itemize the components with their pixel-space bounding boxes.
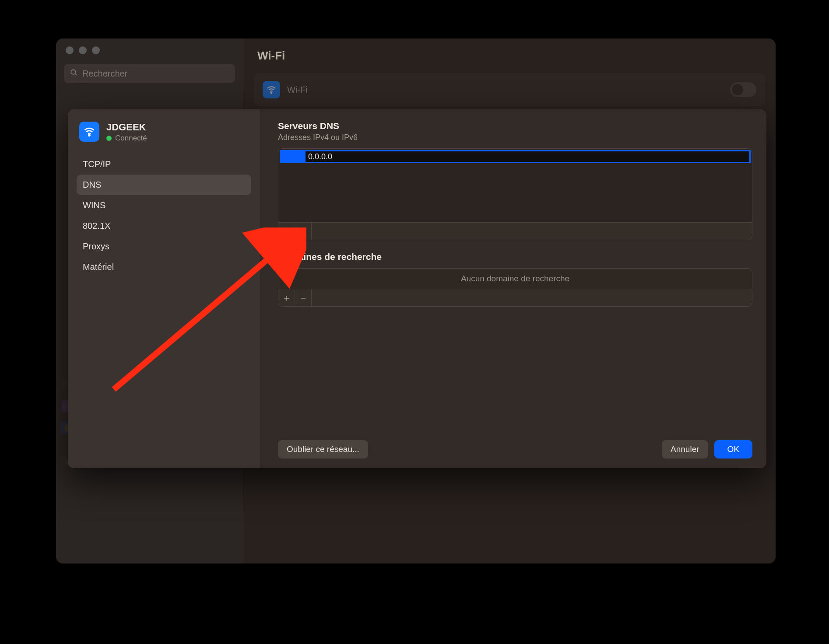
page-title: Wi-Fi — [254, 38, 765, 73]
dns-servers-list — [278, 148, 752, 223]
search-domain-add-remove-bar: ＋ － — [278, 289, 752, 307]
status-dot-icon — [106, 136, 112, 141]
search-icon — [70, 69, 78, 79]
modal-tabs: TCP/IP DNS WINS 802.1X Proxys Matériel — [75, 152, 253, 279]
dns-add-remove-bar: ＋ － — [278, 223, 752, 240]
svg-point-5 — [88, 135, 90, 136]
tab-802-1x[interactable]: 802.1X — [77, 216, 251, 236]
minimize-window-button[interactable] — [79, 46, 87, 54]
window-controls — [56, 46, 243, 54]
wifi-card-label: Wi-Fi — [287, 85, 723, 95]
fullscreen-window-button[interactable] — [92, 46, 100, 54]
tab-tcpip[interactable]: TCP/IP — [77, 154, 251, 175]
network-settings-modal: JDGEEK Connecté TCP/IP DNS WINS 802.1X P… — [68, 109, 766, 468]
tab-material[interactable]: Matériel — [77, 257, 251, 277]
remove-dns-button[interactable]: － — [295, 223, 312, 240]
tab-wins[interactable]: WINS — [77, 195, 251, 216]
wifi-icon — [79, 122, 99, 142]
search-input[interactable]: Rechercher — [64, 64, 235, 83]
close-window-button[interactable] — [66, 46, 74, 54]
search-placeholder: Rechercher — [82, 69, 127, 79]
svg-line-1 — [75, 74, 77, 75]
dns-servers-subtitle: Adresses IPv4 ou IPv6 — [278, 133, 752, 142]
ok-button[interactable]: OK — [714, 440, 752, 458]
status-text: Connecté — [115, 134, 147, 143]
network-header: JDGEEK Connecté — [75, 120, 253, 152]
wifi-icon — [263, 81, 280, 98]
wifi-card: Wi-Fi — [254, 73, 765, 106]
svg-point-0 — [71, 70, 76, 74]
add-dns-button[interactable]: ＋ — [278, 223, 295, 240]
network-name: JDGEEK — [106, 122, 147, 133]
forget-network-button[interactable]: Oublier ce réseau... — [278, 440, 368, 458]
modal-button-bar: Oublier ce réseau... Annuler OK — [278, 434, 752, 458]
search-domains-empty: Aucun domaine de recherche — [461, 274, 569, 284]
dns-entry-row[interactable] — [280, 150, 751, 163]
search-domains-title: Domaines de recherche — [278, 252, 752, 262]
svg-point-2 — [271, 92, 272, 94]
modal-content: Serveurs DNS Adresses IPv4 ou IPv6 ＋ － D… — [260, 109, 766, 468]
wifi-toggle[interactable] — [730, 82, 756, 97]
tab-dns[interactable]: DNS — [77, 175, 251, 195]
modal-sidebar: JDGEEK Connecté TCP/IP DNS WINS 802.1X P… — [68, 109, 260, 468]
add-search-domain-button[interactable]: ＋ — [278, 289, 295, 306]
tab-proxys[interactable]: Proxys — [77, 236, 251, 257]
remove-search-domain-button[interactable]: － — [295, 289, 312, 306]
dns-address-input[interactable] — [306, 151, 749, 162]
selection-handle — [281, 151, 306, 162]
cancel-button[interactable]: Annuler — [662, 440, 708, 458]
dns-servers-title: Serveurs DNS — [278, 121, 752, 131]
search-domains-list: Aucun domaine de recherche — [278, 268, 752, 289]
